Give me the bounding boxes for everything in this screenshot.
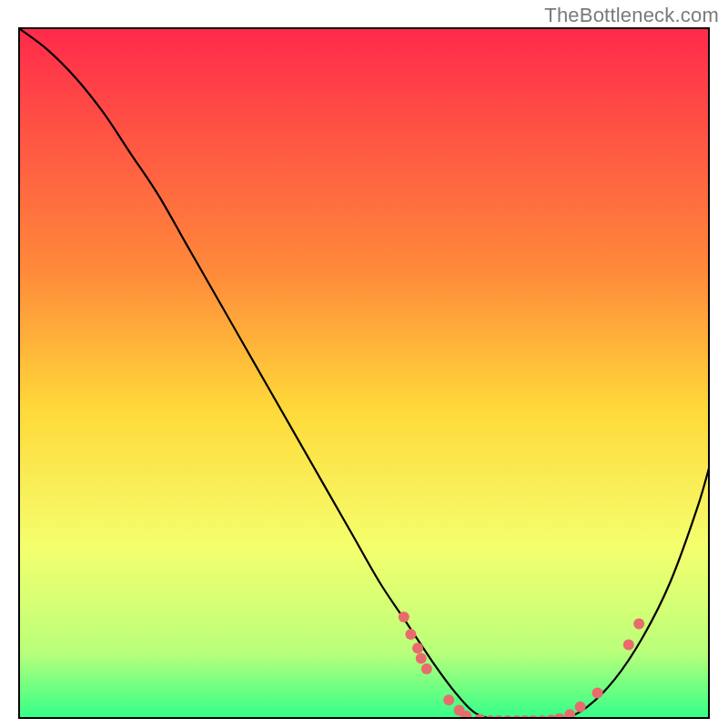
plot-area xyxy=(18,27,710,719)
marker-dot xyxy=(520,715,531,719)
chart-container: TheBottleneck.com xyxy=(0,0,728,728)
marker-dot xyxy=(554,713,565,719)
marker-dot xyxy=(564,709,575,719)
marker-dot xyxy=(528,715,539,719)
marker-dot xyxy=(537,715,548,719)
marker-dot xyxy=(575,702,586,713)
marker-dot xyxy=(511,715,522,719)
marker-dot xyxy=(592,688,603,699)
marker-dot xyxy=(485,715,496,719)
marker-dot xyxy=(633,619,644,630)
marker-dot xyxy=(443,694,454,705)
marker-dot xyxy=(421,663,432,674)
marker-dot xyxy=(623,639,634,650)
marker-dot xyxy=(416,653,427,664)
marker-dot xyxy=(493,715,504,719)
marker-dot xyxy=(474,713,485,719)
marker-dot xyxy=(405,629,416,640)
markers-layer xyxy=(20,29,710,719)
watermark-label: TheBottleneck.com xyxy=(544,4,719,27)
marker-dot xyxy=(502,715,513,719)
marker-dot xyxy=(412,642,423,653)
marker-dot xyxy=(399,612,410,622)
